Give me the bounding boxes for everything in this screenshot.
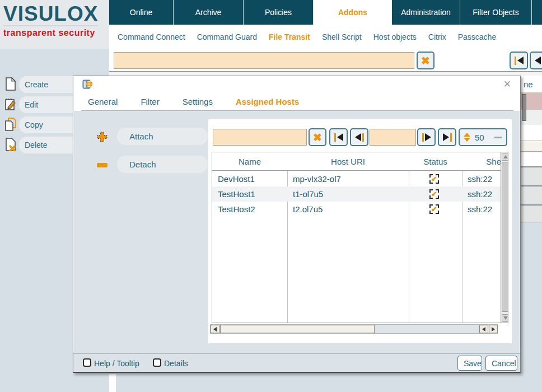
page-first-page-button[interactable] xyxy=(510,52,528,69)
help-tooltip-label: Help / Tooltip xyxy=(94,359,139,368)
brand-tagline: transparent security xyxy=(3,28,109,38)
sidebar-item-copy[interactable]: Copy xyxy=(0,116,73,133)
dialog-tab-assigned-hosts[interactable]: Assigned Hosts xyxy=(236,97,299,106)
nav-filler xyxy=(532,0,542,25)
column-header-status[interactable]: Status xyxy=(409,152,462,171)
actions-sidebar: Create Edit Copy Delete xyxy=(0,76,73,392)
dialog-titlebar: ✕ xyxy=(73,76,520,93)
nav-tab-administration[interactable]: Administration xyxy=(392,0,460,25)
next-bar-icon xyxy=(422,133,424,142)
details-checkbox[interactable] xyxy=(153,358,161,367)
help-tooltip-checkbox[interactable] xyxy=(83,358,91,367)
column-header-name[interactable]: Name xyxy=(212,152,287,171)
nav-tab-policies[interactable]: Policies xyxy=(244,0,314,25)
table-vertical-scrollbar[interactable] xyxy=(501,152,508,323)
details-label: Details xyxy=(164,359,188,368)
sidebar-item-edit[interactable]: Edit xyxy=(0,96,73,113)
page-filter-input[interactable] xyxy=(114,52,414,69)
arrow-left-icon xyxy=(482,327,485,332)
scroll-up-button[interactable] xyxy=(502,153,508,161)
file-transit-dialog: ✕ General Filter Settings Assigned Hosts… xyxy=(73,76,521,373)
new-document-icon xyxy=(4,77,17,91)
cancel-button[interactable]: Cancel xyxy=(485,356,517,371)
arrow-left-icon xyxy=(535,57,541,64)
subnav-host-objects[interactable]: Host objects xyxy=(373,32,417,41)
brand-name: VISULOX xyxy=(3,3,98,26)
checked-icon: ✔ xyxy=(431,206,437,213)
app-window: VISULOX transparent security Online Arch… xyxy=(0,0,542,392)
first-bar-icon xyxy=(334,133,336,142)
previous-page-button[interactable] xyxy=(350,128,368,146)
next-page-button[interactable] xyxy=(417,128,436,146)
table-row[interactable]: TestHost1 t1-ol7u5 ✔ ssh:22 xyxy=(212,186,501,202)
dialog-tab-settings[interactable]: Settings xyxy=(183,97,213,106)
table-row[interactable]: TestHost2 t2.ol7u5 ✔ ssh:22 xyxy=(212,202,501,217)
subnav-passcache[interactable]: Passcache xyxy=(458,32,496,41)
page-filter-clear-button[interactable]: ✖ xyxy=(417,52,434,69)
status-checkbox[interactable]: ✔ xyxy=(429,174,439,184)
clear-icon: ✖ xyxy=(421,55,430,66)
sidebar-item-create[interactable]: Create xyxy=(0,76,73,93)
status-checkbox[interactable]: ✔ xyxy=(429,204,439,214)
arrow-right-icon xyxy=(443,133,449,141)
plus-icon xyxy=(97,132,108,142)
background-partial-text: ne xyxy=(524,80,533,89)
subnav-shell-script[interactable]: Shell Script xyxy=(322,32,362,41)
dialog-tab-general[interactable]: General xyxy=(88,97,118,106)
page-number-input[interactable] xyxy=(370,129,416,146)
page-size-select[interactable]: 50 xyxy=(459,128,507,146)
table-row[interactable]: DevHost1 mp-vlx32-ol7 ✔ ssh:22 xyxy=(212,171,501,186)
subnav-command-guard[interactable]: Command Guard xyxy=(197,32,257,41)
vertical-scroll-thumb[interactable] xyxy=(502,162,508,312)
last-page-button[interactable] xyxy=(438,128,456,146)
sidebar-item-delete[interactable]: Delete xyxy=(0,137,73,153)
hosts-filter-clear-button[interactable]: ✖ xyxy=(309,128,326,146)
arrow-right-icon xyxy=(492,327,495,332)
dialog-close-icon[interactable]: ✕ xyxy=(503,80,511,89)
scroll-left-button[interactable] xyxy=(211,325,219,333)
main-nav: Online Archive Policies Addons Administr… xyxy=(109,0,542,25)
nav-tab-filter-objects[interactable]: Filter Objects xyxy=(460,0,532,25)
background-scrollbar-thumb xyxy=(522,94,526,121)
table-horizontal-scrollbar[interactable] xyxy=(210,324,498,334)
nav-tab-online[interactable]: Online xyxy=(109,0,174,25)
attach-button[interactable]: Attach xyxy=(117,128,208,145)
edit-button[interactable]: Edit xyxy=(19,96,73,113)
column-header-host-uri[interactable]: Host URI xyxy=(287,152,409,171)
dialog-tabs: General Filter Settings Assigned Hosts xyxy=(73,93,520,110)
resize-grip-icon xyxy=(494,137,502,138)
horizontal-scroll-thumb[interactable] xyxy=(220,325,375,333)
hosts-filter-input[interactable] xyxy=(213,129,307,146)
checked-icon: ✔ xyxy=(431,190,437,198)
nav-tab-archive[interactable]: Archive xyxy=(174,0,244,25)
checked-icon: ✔ xyxy=(431,175,437,183)
subnav-file-transit[interactable]: File Transit xyxy=(269,32,310,41)
delete-button[interactable]: Delete xyxy=(19,137,73,153)
arrow-left-icon xyxy=(517,57,524,64)
dialog-footer: Help / Tooltip Details Save Cancel xyxy=(73,353,520,372)
save-button[interactable]: Save xyxy=(457,356,482,371)
arrow-down-icon xyxy=(503,316,508,320)
scroll-left-button-right[interactable] xyxy=(479,325,488,333)
delete-document-icon xyxy=(4,138,17,151)
scroll-down-button[interactable] xyxy=(502,314,508,322)
minus-icon xyxy=(97,163,108,167)
first-bar-icon xyxy=(515,57,516,65)
create-button[interactable]: Create xyxy=(19,76,73,93)
edit-document-icon xyxy=(4,97,17,111)
copy-document-icon xyxy=(4,118,17,131)
detach-button[interactable]: Detach xyxy=(117,156,208,173)
arrow-up-icon xyxy=(503,155,508,158)
subnav-citrix[interactable]: Citrix xyxy=(428,32,446,41)
brand-logo: VISULOX transparent security xyxy=(0,0,109,49)
status-checkbox[interactable]: ✔ xyxy=(429,189,439,199)
dialog-tab-filter[interactable]: Filter xyxy=(141,97,159,106)
nav-tab-addons[interactable]: Addons xyxy=(314,0,392,25)
copy-button[interactable]: Copy xyxy=(19,116,73,133)
background-content-edge xyxy=(109,374,116,392)
page-previous-page-button[interactable] xyxy=(530,52,542,69)
first-page-button[interactable] xyxy=(329,128,348,146)
background-window-strip: ne xyxy=(521,76,542,392)
subnav-command-connect[interactable]: Command Connect xyxy=(118,32,185,41)
scroll-right-button[interactable] xyxy=(489,325,498,333)
